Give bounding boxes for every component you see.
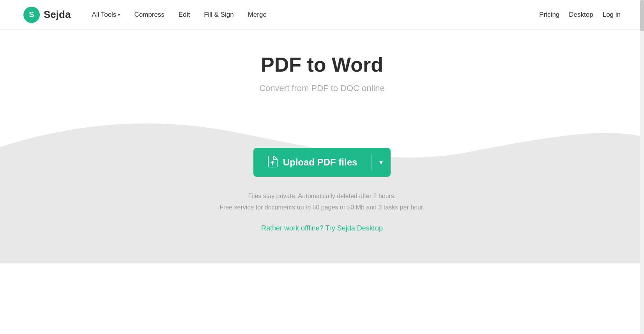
page-title: PDF to Word [261, 53, 383, 76]
scrollbar-thumb[interactable] [640, 0, 644, 31]
main-nav: All Tools ▾ Compress Edit Fill & Sign Me… [86, 8, 272, 22]
info-line-1: Files stay private. Automatically delete… [219, 191, 425, 202]
info-text: Files stay private. Automatically delete… [219, 191, 425, 213]
login-link[interactable]: Log in [603, 11, 621, 19]
nav-all-tools[interactable]: All Tools ▾ [86, 8, 126, 22]
logo-name: Sejda [44, 9, 71, 21]
nav-merge[interactable]: Merge [242, 8, 272, 22]
info-line-2: Free service for documents up to 50 page… [219, 202, 425, 213]
upload-button-wrapper: Upload PDF files ▾ [253, 148, 391, 177]
logo-icon: S [23, 7, 40, 23]
chevron-down-icon: ▾ [118, 12, 120, 18]
file-upload-icon [267, 156, 278, 169]
logo[interactable]: S Sejda [23, 7, 71, 23]
nav-edit[interactable]: Edit [173, 8, 195, 22]
chevron-down-icon: ▾ [379, 158, 383, 167]
upload-btn-label: Upload PDF files [283, 157, 357, 168]
header-actions: Pricing Desktop Log in [539, 11, 621, 19]
nav-fill-sign[interactable]: Fill & Sign [198, 8, 239, 22]
page-subtitle: Convert from PDF to DOC online [259, 83, 385, 93]
offline-link[interactable]: Rather work offline? Try Sejda Desktop [261, 224, 383, 232]
scrollbar[interactable] [640, 0, 644, 334]
desktop-link[interactable]: Desktop [569, 11, 593, 19]
pricing-link[interactable]: Pricing [539, 11, 559, 19]
upload-dropdown-button[interactable]: ▾ [372, 149, 391, 176]
upload-button[interactable]: Upload PDF files ▾ [253, 148, 391, 177]
nav-compress[interactable]: Compress [129, 8, 170, 22]
nav-all-tools-label: All Tools [92, 11, 116, 19]
upload-btn-main[interactable]: Upload PDF files [253, 148, 372, 177]
